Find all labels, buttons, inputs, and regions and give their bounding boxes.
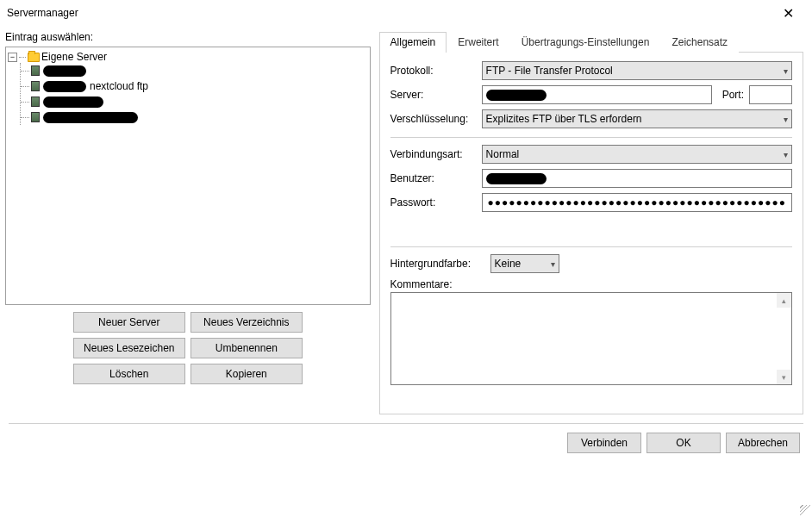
collapse-icon[interactable]: − <box>8 53 17 62</box>
password-input[interactable]: ●●●●●●●●●●●●●●●●●●●●●●●●●●●●●●●●●●●●●●●●… <box>482 193 792 212</box>
connect-button[interactable]: Verbinden <box>567 433 641 453</box>
titlebar: Servermanager ✕ <box>0 0 812 26</box>
tree-item[interactable] <box>21 109 368 125</box>
folder-icon <box>28 53 40 62</box>
chevron-down-icon: ▾ <box>551 259 555 269</box>
chevron-down-icon: ▾ <box>784 115 788 124</box>
server-input[interactable] <box>482 85 712 104</box>
redacted-label <box>43 81 86 92</box>
server-icon <box>31 81 40 91</box>
user-label: Benutzer: <box>390 172 477 184</box>
redacted-label <box>43 112 138 123</box>
rename-button[interactable]: Umbenennen <box>191 338 303 358</box>
protocol-label: Protokoll: <box>390 65 477 77</box>
comments-label: Kommentare: <box>390 278 792 290</box>
scroll-up-icon[interactable]: ▴ <box>777 293 791 308</box>
tree-item[interactable] <box>21 94 368 109</box>
server-icon <box>31 97 40 107</box>
tree-root[interactable]: − Eigene Server <box>8 51 368 63</box>
tree-root-label: Eigene Server <box>41 51 107 63</box>
close-icon[interactable]: ✕ <box>771 5 805 22</box>
password-label: Passwort: <box>390 196 477 209</box>
protocol-select[interactable]: FTP - File Transfer Protocol ▾ <box>482 61 792 80</box>
servermanager-window: Servermanager ✕ Eintrag auswählen: − Eig… <box>0 0 812 517</box>
redacted-value <box>486 173 547 184</box>
tab-general[interactable]: Allgemein <box>379 32 447 53</box>
separator <box>390 137 792 138</box>
encryption-value: Explizites FTP über TLS erfordern <box>486 113 642 125</box>
server-tree[interactable]: − Eigene Server nextcloud ftp <box>5 47 371 305</box>
tab-body-general: Protokoll: FTP - File Transfer Protocol … <box>379 53 803 414</box>
conntype-select[interactable]: Normal ▾ <box>482 145 792 164</box>
tab-transfer[interactable]: Übertragungs-Einstellungen <box>510 32 661 53</box>
scroll-down-icon[interactable]: ▾ <box>777 370 791 384</box>
entry-label: Eintrag auswählen: <box>5 31 371 43</box>
separator <box>390 246 792 247</box>
new-directory-button[interactable]: Neues Verzeichnis <box>191 312 303 333</box>
user-input[interactable] <box>482 169 792 188</box>
bgcolor-select[interactable]: Keine ▾ <box>490 254 559 273</box>
encryption-select[interactable]: Explizites FTP über TLS erfordern ▾ <box>482 109 792 128</box>
redacted-label <box>43 97 103 108</box>
redacted-value <box>486 90 547 101</box>
tree-item[interactable] <box>21 63 368 78</box>
comments-textarea[interactable]: ▴ ▾ <box>390 292 792 385</box>
tab-bar: Allgemein Erweitert Übertragungs-Einstel… <box>379 31 803 53</box>
delete-button[interactable]: Löschen <box>73 364 185 384</box>
new-server-button[interactable]: Neuer Server <box>73 312 185 333</box>
resize-grip-icon[interactable] <box>800 505 810 515</box>
tree-item[interactable]: nextcloud ftp <box>21 78 368 94</box>
bgcolor-label: Hintergrundfarbe: <box>390 258 485 270</box>
protocol-value: FTP - File Transfer Protocol <box>486 65 613 77</box>
copy-button[interactable]: Kopieren <box>191 364 303 384</box>
tab-charset[interactable]: Zeichensatz <box>660 32 739 53</box>
ok-button[interactable]: OK <box>646 433 721 453</box>
password-mask: ●●●●●●●●●●●●●●●●●●●●●●●●●●●●●●●●●●●●●●●●… <box>488 196 786 209</box>
port-label: Port: <box>722 89 744 101</box>
redacted-label <box>43 65 86 77</box>
chevron-down-icon: ▾ <box>784 66 788 76</box>
entry-panel: Eintrag auswählen: − Eigene Server <box>5 31 371 414</box>
port-input[interactable] <box>749 85 792 104</box>
cancel-button[interactable]: Abbrechen <box>726 433 800 453</box>
window-title: Servermanager <box>7 7 78 19</box>
chevron-down-icon: ▾ <box>784 150 788 159</box>
encryption-label: Verschlüsselung: <box>390 113 477 125</box>
dialog-buttons: Verbinden OK Abbrechen <box>0 424 812 462</box>
conntype-value: Normal <box>486 148 520 160</box>
tab-advanced[interactable]: Erweitert <box>447 32 509 53</box>
server-icon <box>31 112 40 122</box>
tree-item-label: nextcloud ftp <box>90 80 148 92</box>
entry-buttons: Neuer Server Neues Verzeichnis Neues Les… <box>5 312 371 384</box>
bgcolor-value: Keine <box>495 258 522 270</box>
server-label: Server: <box>390 89 477 101</box>
conntype-label: Verbindungsart: <box>390 148 477 160</box>
new-bookmark-button[interactable]: Neues Lesezeichen <box>73 338 185 358</box>
settings-panel: Allgemein Erweitert Übertragungs-Einstel… <box>379 31 803 414</box>
server-icon <box>31 65 40 76</box>
